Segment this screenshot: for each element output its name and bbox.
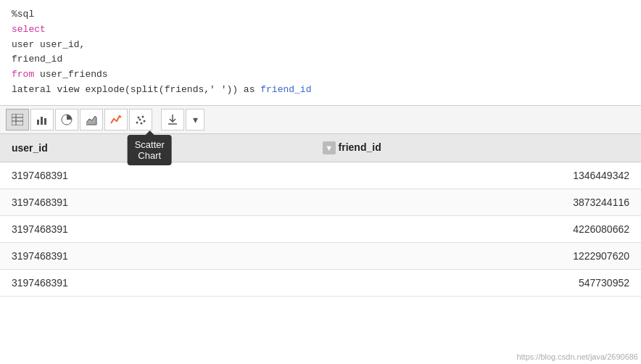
code-from: from <box>12 69 40 80</box>
scatter-chart-wrapper: ScatterChart <box>129 109 152 131</box>
table-header-row: user_id ▼ friend_id <box>0 134 641 162</box>
dropdown-button[interactable]: ▾ <box>186 109 204 131</box>
toolbar: ScatterChart ▾ <box>0 105 641 134</box>
cell-user-id: 3197468391 <box>0 243 305 270</box>
filter-icon[interactable]: ▼ <box>323 141 336 154</box>
line-chart-button[interactable] <box>104 109 128 131</box>
svg-point-11 <box>142 115 144 117</box>
data-table: user_id ▼ friend_id 31974683911346449342… <box>0 134 641 297</box>
cell-user-id: 3197468391 <box>0 270 305 297</box>
svg-point-8 <box>136 121 138 123</box>
cell-friend-id: 1346449342 <box>305 162 641 189</box>
svg-rect-0 <box>12 114 23 125</box>
scatter-chart-icon <box>135 114 146 125</box>
table-icon <box>12 114 23 125</box>
svg-point-9 <box>139 118 141 120</box>
area-chart-button[interactable] <box>80 109 103 131</box>
cell-friend-id: 547730952 <box>305 270 641 297</box>
code-line-6: lateral view explode(split(friends,' '))… <box>12 83 629 98</box>
scatter-chart-button[interactable] <box>129 109 152 131</box>
code-line-1: %sql <box>12 7 629 22</box>
table-header: user_id ▼ friend_id <box>0 134 641 162</box>
table-row: 31974683913873244116 <box>0 189 641 216</box>
download-button[interactable] <box>161 109 184 131</box>
column-header-user-id: user_id <box>0 134 305 162</box>
svg-point-10 <box>138 116 140 118</box>
column-header-friend-id: ▼ friend_id <box>305 134 641 162</box>
pie-chart-button[interactable] <box>55 109 78 131</box>
code-friend-id: friend_id <box>12 54 62 65</box>
code-line-4: friend_id <box>12 52 629 67</box>
svg-point-12 <box>144 120 146 122</box>
table-row: 31974683911222907620 <box>0 243 641 270</box>
cell-friend-id: 1222907620 <box>305 243 641 270</box>
code-select: select <box>12 24 46 35</box>
area-chart-icon <box>86 114 97 125</box>
download-icon <box>167 114 178 125</box>
table-row: 31974683911346449342 <box>0 162 641 189</box>
svg-point-13 <box>141 122 143 124</box>
bar-chart-icon <box>36 114 48 125</box>
cell-user-id: 3197468391 <box>0 162 305 189</box>
table-view-button[interactable] <box>6 109 29 131</box>
line-chart-icon <box>110 114 122 125</box>
cell-user-id: 3197468391 <box>0 189 305 216</box>
svg-rect-4 <box>37 120 39 125</box>
code-block: %sql select user user_id, friend_id from… <box>0 0 641 105</box>
table-row: 3197468391547730952 <box>0 270 641 297</box>
code-line-2: select <box>12 22 629 38</box>
cell-friend-id: 4226080662 <box>305 216 641 243</box>
code-line-3: user user_id, <box>12 38 629 53</box>
cell-friend-id: 3873244116 <box>305 189 641 216</box>
svg-rect-6 <box>44 118 46 125</box>
table-body: 3197468391134644934231974683913873244116… <box>0 162 641 297</box>
svg-rect-5 <box>41 117 43 125</box>
code-lateral: lateral view explode(split(friends,' '))… <box>12 84 260 95</box>
code-percent: %sql <box>12 9 34 20</box>
cell-user-id: 3197468391 <box>0 216 305 243</box>
bar-chart-button[interactable] <box>30 109 54 131</box>
code-line-5: from from user_friendsuser_friends <box>12 67 629 83</box>
code-friend-id-blue: friend_id <box>260 84 311 95</box>
pie-chart-icon <box>61 114 73 125</box>
table-row: 31974683914226080662 <box>0 216 641 243</box>
code-user-userid: user user_id, <box>12 39 85 50</box>
